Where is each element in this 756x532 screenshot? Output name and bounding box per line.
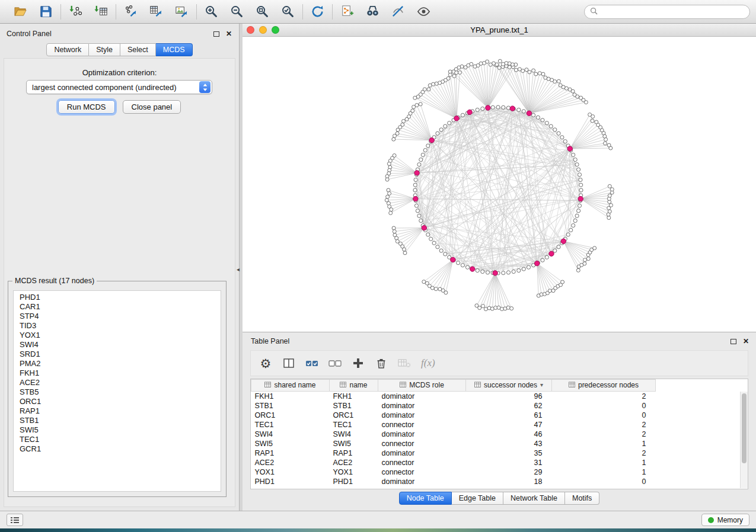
column-header-successor-nodes[interactable]: successor nodes▾ <box>466 380 552 392</box>
select-all-icon[interactable] <box>303 355 321 371</box>
close-table-panel-icon[interactable]: ✕ <box>743 338 749 345</box>
table-cell: ACE2 <box>330 458 378 467</box>
import-table-icon[interactable] <box>93 4 109 20</box>
mcds-result-item[interactable]: GCR1 <box>14 444 221 454</box>
deselect-all-icon[interactable] <box>326 355 344 371</box>
main-toolbar <box>0 0 756 24</box>
mcds-result-item[interactable]: STB1 <box>14 416 221 425</box>
mcds-result-item[interactable]: SWI5 <box>14 425 221 435</box>
mcds-result-item[interactable]: SWI4 <box>14 340 221 350</box>
table-row[interactable]: FKH1FKH1dominator962 <box>251 392 748 401</box>
mcds-result-item[interactable]: TID3 <box>14 321 221 331</box>
columns-icon[interactable] <box>280 355 298 371</box>
search-input[interactable] <box>601 8 744 16</box>
criterion-dropdown[interactable]: largest connected component (undirected) <box>26 80 212 94</box>
table-cell-empty <box>656 448 748 458</box>
table-tab-edge-table[interactable]: Edge Table <box>452 492 503 505</box>
export-table-icon[interactable] <box>148 4 164 20</box>
table-row[interactable]: TEC1TEC1connector472 <box>251 420 748 430</box>
table-tab-node-table[interactable]: Node Table <box>399 492 452 505</box>
save-icon[interactable] <box>38 4 54 20</box>
table-row[interactable]: RAP1RAP1dominator352 <box>251 448 748 458</box>
mcds-result-item[interactable]: SRD1 <box>14 350 221 359</box>
mcds-result-item[interactable]: RAP1 <box>14 406 221 416</box>
table-cell-empty <box>656 401 748 411</box>
task-history-button[interactable] <box>7 514 23 526</box>
table-scrollbar[interactable] <box>740 392 748 488</box>
float-panel-icon[interactable] <box>213 31 219 37</box>
column-header-MCDS-role[interactable]: MCDS role <box>378 380 466 392</box>
mcds-result-item[interactable]: STP4 <box>14 312 221 321</box>
tab-select[interactable]: Select <box>120 43 156 56</box>
style-off-icon[interactable] <box>390 4 406 20</box>
table-toolbar: ⚙f(x) <box>250 350 748 376</box>
table-row[interactable]: YOX1YOX1connector291 <box>251 467 748 477</box>
export-image-icon[interactable] <box>174 4 190 20</box>
column-header-filler <box>656 380 748 392</box>
table-panel: Table Panel ✕ ⚙f(x) shared namenameMCDS … <box>243 332 756 511</box>
window-minimize-button[interactable] <box>259 26 267 34</box>
table-row[interactable]: SWI4SWI4dominator462 <box>251 430 748 439</box>
show-eye-icon[interactable] <box>416 4 432 20</box>
table-row[interactable]: ORC1ORC1dominator610 <box>251 411 748 420</box>
close-panel-icon[interactable]: ✕ <box>226 30 232 37</box>
float-table-panel-icon[interactable] <box>731 339 736 344</box>
table-row[interactable]: STB1STB1dominator620 <box>251 401 748 411</box>
network-graph[interactable] <box>243 37 756 332</box>
table-tab-motifs[interactable]: Motifs <box>565 492 599 505</box>
mcds-result-item[interactable]: STB5 <box>14 387 221 397</box>
clone-network-icon[interactable] <box>339 4 355 20</box>
table-cell: dominator <box>378 430 466 439</box>
mcds-result-item[interactable]: TEC1 <box>14 435 221 444</box>
search-binoculars-icon[interactable] <box>365 4 381 20</box>
table-row[interactable]: PHD1PHD1dominator180 <box>251 477 748 486</box>
table-row[interactable]: SWI5SWI5connector431 <box>251 439 748 448</box>
search-box[interactable] <box>584 5 750 19</box>
zoom-out-icon[interactable] <box>229 4 245 20</box>
tab-style[interactable]: Style <box>89 43 120 56</box>
mcds-result-item[interactable]: ORC1 <box>14 397 221 406</box>
mcds-result-item[interactable]: ACE2 <box>14 378 221 387</box>
window-zoom-button[interactable] <box>272 26 279 34</box>
criterion-dropdown-value: largest connected component (undirected) <box>27 83 199 92</box>
close-panel-button[interactable]: Close panel <box>123 100 181 114</box>
mcds-result-item[interactable]: PMA2 <box>14 359 221 368</box>
zoom-in-icon[interactable] <box>203 4 219 20</box>
trash-icon[interactable] <box>372 355 390 371</box>
column-header-shared-name[interactable]: shared name <box>251 380 330 392</box>
table-cell: SWI5 <box>330 439 378 448</box>
gear-icon[interactable]: ⚙ <box>257 355 275 371</box>
tab-network[interactable]: Network <box>46 43 89 56</box>
run-mcds-button[interactable]: Run MCDS <box>58 100 115 114</box>
mcds-result-item[interactable]: FKH1 <box>14 368 221 378</box>
network-canvas[interactable] <box>243 37 756 332</box>
mcds-result-list[interactable]: PHD1CAR1STP4TID3YOX1SWI4SRD1PMA2FKH1ACE2… <box>13 290 221 492</box>
refresh-layout-icon[interactable] <box>310 4 326 20</box>
open-folder-icon[interactable] <box>12 4 28 20</box>
scrollbar-thumb[interactable] <box>742 393 747 463</box>
zoom-selected-icon[interactable] <box>280 4 296 20</box>
window-close-button[interactable] <box>247 26 254 34</box>
network-window-titlebar[interactable]: YPA_prune.txt_1 <box>243 24 756 37</box>
table-cell: 43 <box>466 439 552 448</box>
column-header-predecessor-nodes[interactable]: predecessor nodes <box>552 380 656 392</box>
table-cell: 2 <box>552 430 656 439</box>
node-table-container: shared namenameMCDS rolesuccessor nodes▾… <box>250 379 748 489</box>
export-network-icon[interactable] <box>123 4 139 20</box>
mcds-result-item[interactable]: PHD1 <box>14 293 221 302</box>
add-column-icon[interactable] <box>349 355 367 371</box>
mcds-result-item[interactable]: YOX1 <box>14 331 221 340</box>
splitter-collapse-icon[interactable]: ◂ <box>237 267 240 273</box>
import-network-icon[interactable] <box>68 4 84 20</box>
column-header-name[interactable]: name <box>330 380 378 392</box>
memory-button[interactable]: Memory <box>701 514 749 526</box>
table-tab-network-table[interactable]: Network Table <box>503 492 565 505</box>
mcds-result-item[interactable]: CAR1 <box>14 302 221 312</box>
table-tabs: Node TableEdge TableNetwork TableMotifs <box>243 492 756 505</box>
table-cell: dominator <box>378 392 466 401</box>
tab-mcds[interactable]: MCDS <box>156 43 193 56</box>
zoom-fit-icon[interactable] <box>254 4 270 20</box>
table-cell: 2 <box>552 392 656 401</box>
table-cell: 1 <box>552 467 656 477</box>
table-row[interactable]: ACE2ACE2connector311 <box>251 458 748 467</box>
